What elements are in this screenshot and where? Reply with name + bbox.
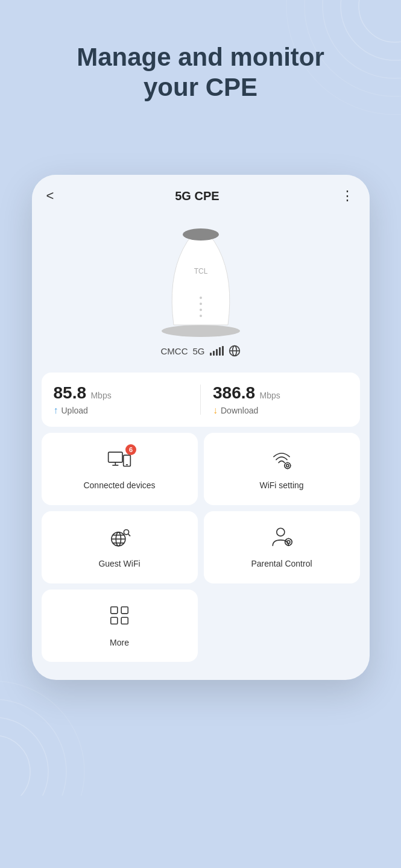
guest-wifi-icon [107,526,131,548]
svg-point-5 [0,735,30,796]
download-speed-unit: Mbps [260,391,280,400]
upload-speed-value: 85.8 [54,383,87,402]
svg-point-9 [162,325,240,337]
devices-badge: 6 [125,444,136,455]
signal-bar-5 [222,346,224,356]
router-image: TCL [150,219,252,340]
upload-label-row: ↑ Upload [54,405,189,416]
svg-line-33 [289,464,290,464]
svg-text:TCL: TCL [194,267,207,275]
more-row: More [42,590,360,662]
phone-header: < 5G CPE ⋮ [32,175,370,213]
svg-rect-53 [121,607,128,614]
signal-bar-2 [213,351,215,356]
wifi-setting-label: WiFi setting [259,480,303,490]
phone-frame: < 5G CPE ⋮ TCL CMCC 5G [32,175,370,680]
upload-value-row: 85.8 Mbps [54,383,189,403]
upload-speed-unit: Mbps [90,391,111,400]
speed-card: 85.8 Mbps ↑ Upload 386.8 Mbps ↓ Download [42,373,360,427]
svg-point-10 [183,228,219,241]
download-label-row: ↓ Download [213,405,348,416]
device-image-area: TCL CMCC 5G [32,213,370,366]
svg-point-8 [0,681,84,796]
svg-point-0 [359,0,401,42]
svg-line-51 [291,539,291,540]
more-label: More [110,638,129,647]
svg-point-25 [286,464,289,467]
svg-point-6 [0,717,48,796]
svg-point-2 [323,0,401,78]
guest-wifi-label: Guest WiFi [98,559,140,568]
upload-label: Upload [62,406,88,415]
svg-point-1 [341,0,401,60]
svg-point-39 [124,530,128,535]
svg-line-31 [289,467,290,468]
download-arrow-icon: ↓ [213,405,218,416]
hero-title-line2: your CPE [144,73,257,101]
connected-devices-icon-wrapper: 6 [107,448,131,474]
parental-control-icon [270,526,294,548]
download-speed: 386.8 Mbps ↓ Download [213,383,348,416]
speed-divider [200,385,201,415]
connected-devices-label: Connected devices [83,480,155,490]
svg-point-41 [277,528,285,536]
svg-rect-52 [111,607,118,614]
wifi-setting-icon-wrapper [270,448,294,474]
wifi-setting-tile[interactable]: WiFi setting [204,433,360,505]
more-icon-wrapper [108,604,131,632]
svg-point-13 [200,303,202,305]
signal-bar-4 [219,347,221,356]
svg-rect-54 [111,617,118,624]
svg-line-49 [291,544,291,544]
download-speed-value: 386.8 [213,383,255,402]
svg-point-3 [305,0,401,96]
network-status: CMCC 5G [160,345,240,357]
back-button[interactable]: < [46,188,54,204]
svg-point-12 [200,297,202,299]
globe-icon [229,345,241,357]
signal-bar-3 [216,349,218,356]
svg-point-7 [0,699,66,796]
upload-arrow-icon: ↑ [54,405,58,416]
svg-line-48 [286,539,286,540]
operator-name: CMCC [160,346,188,356]
svg-rect-19 [109,452,122,462]
svg-point-14 [200,309,202,311]
download-value-row: 386.8 Mbps [213,383,348,403]
more-grid-icon [108,604,131,627]
signal-bars [210,346,224,356]
download-label: Download [221,406,258,415]
page-title: 5G CPE [175,189,219,203]
parental-control-tile[interactable]: Parental Control [204,511,360,583]
guest-wifi-tile[interactable]: Guest WiFi [42,511,198,583]
svg-line-32 [285,467,286,468]
parental-control-icon-wrapper [270,526,294,553]
wifi-settings-icon [270,448,294,470]
more-menu-button[interactable]: ⋮ [341,188,355,204]
more-tile[interactable]: More [42,590,198,662]
svg-rect-55 [121,617,128,624]
svg-point-43 [287,541,290,544]
svg-line-50 [286,544,286,544]
connected-devices-tile[interactable]: 6 Connected devices [42,433,198,505]
svg-line-40 [128,534,130,536]
upload-speed: 85.8 Mbps ↑ Upload [54,383,189,416]
main-grid: 6 Connected devices [42,433,360,583]
signal-bar-1 [210,353,212,356]
svg-point-15 [200,315,202,317]
guest-wifi-icon-wrapper [107,526,131,553]
network-type: 5G [192,346,204,356]
parental-control-label: Parental Control [251,559,312,568]
svg-line-30 [285,464,286,464]
